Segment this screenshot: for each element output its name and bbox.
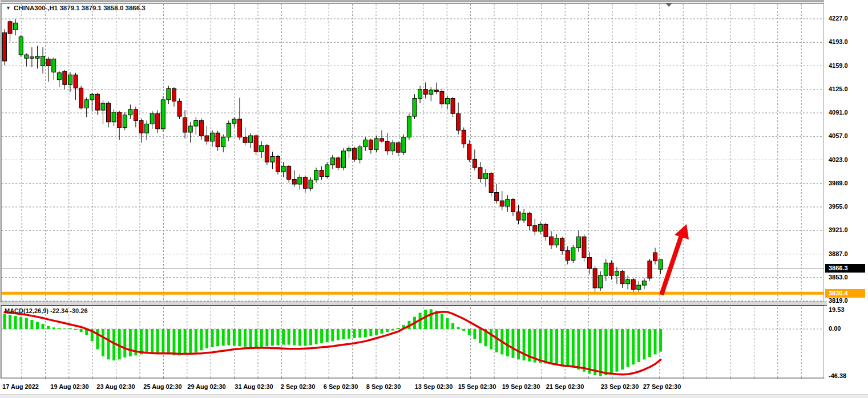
- macd-histogram-bar: [506, 329, 509, 356]
- bull-candle: [52, 59, 56, 72]
- price-axis-label: 4159.0: [829, 62, 848, 69]
- bull-candle: [30, 57, 34, 58]
- bull-candle: [188, 126, 192, 132]
- bull-candle: [626, 279, 630, 283]
- macd-histogram-bar: [80, 329, 83, 332]
- macd-histogram-bar: [615, 329, 618, 372]
- bull-candle: [167, 89, 171, 100]
- macd-histogram-bar: [58, 328, 60, 329]
- macd-histogram-bar: [3, 314, 6, 329]
- macd-histogram-bar: [298, 329, 301, 346]
- price-axis-label: 3819.0: [829, 297, 848, 304]
- macd-histogram-bar: [265, 329, 268, 346]
- macd-histogram-bar: [200, 329, 203, 350]
- macd-histogram-bar: [63, 328, 66, 329]
- macd-histogram-bar: [140, 329, 143, 355]
- bull-candle: [128, 109, 132, 115]
- bull-candle: [112, 112, 116, 122]
- macd-histogram-bar: [96, 329, 99, 350]
- price-axis[interactable]: [824, 0, 868, 378]
- bull-candle: [484, 173, 488, 179]
- macd-histogram-bar: [517, 329, 520, 359]
- bull-candle: [309, 180, 313, 189]
- price-axis-label: 4125.0: [829, 86, 848, 92]
- macd-histogram-bar: [315, 329, 318, 344]
- bear-candle: [631, 279, 635, 289]
- current-price-badge: 3866.3: [825, 264, 865, 273]
- bear-candle: [500, 201, 504, 206]
- bull-candle: [68, 75, 72, 84]
- bear-candle: [107, 103, 111, 122]
- bear-candle: [183, 117, 187, 132]
- macd-histogram-bar: [659, 329, 662, 352]
- bear-candle: [527, 213, 531, 226]
- macd-histogram-bar: [632, 329, 635, 364]
- bull-candle: [637, 285, 641, 289]
- macd-histogram-bar: [353, 329, 356, 338]
- bear-candle: [478, 168, 482, 178]
- bear-candle: [457, 113, 461, 130]
- macd-histogram-bar: [244, 329, 247, 347]
- bear-candle: [516, 212, 520, 220]
- bull-candle: [341, 151, 345, 168]
- dropdown-triangle-icon[interactable]: ▼: [6, 5, 11, 11]
- time-axis-label: 29 Aug 02:30: [187, 383, 225, 390]
- macd-histogram-bar: [375, 329, 378, 335]
- chart-title: ▼CHINA300-,H1 3879.1 3879.1 3858.0 3866.…: [6, 5, 146, 11]
- macd-histogram-bar: [36, 322, 39, 329]
- macd-histogram-bar: [473, 329, 476, 339]
- price-axis-label: 4057.0: [829, 132, 848, 139]
- macd-histogram-bar: [167, 329, 170, 355]
- macd-histogram-bar: [654, 329, 657, 355]
- bear-candle: [243, 137, 247, 143]
- price-axis-label: 3887.0: [829, 250, 848, 257]
- time-axis-label: 13 Sep 02:30: [415, 383, 453, 390]
- bear-candle: [336, 158, 340, 168]
- price-panel: [1, 3, 824, 302]
- bull-candle: [35, 56, 39, 59]
- macd-histogram-bar: [156, 329, 159, 352]
- bear-candle: [588, 258, 592, 269]
- chart-window: ▼CHINA300-,H1 3879.1 3879.1 3858.0 3866.…: [0, 0, 868, 398]
- bull-candle: [330, 158, 334, 165]
- panel-separator[interactable]: [1, 302, 827, 306]
- macd-axis-label: 0.00: [829, 325, 841, 332]
- bear-candle: [609, 263, 613, 275]
- time-axis-label: 27 Sep 02:30: [643, 383, 681, 390]
- time-axis-label: 19 Sep 02:30: [502, 383, 540, 390]
- macd-axis-label: 19.53: [829, 306, 845, 313]
- bear-candle: [550, 237, 554, 245]
- bull-candle: [555, 238, 559, 245]
- bull-candle: [90, 94, 94, 100]
- macd-histogram-bar: [205, 329, 208, 348]
- macd-histogram-bar: [566, 329, 569, 366]
- macd-histogram-bar: [14, 316, 17, 329]
- price-axis-label: 3921.0: [829, 226, 848, 233]
- macd-histogram-bar: [277, 329, 280, 345]
- macd-histogram-bar: [479, 329, 482, 343]
- price-axis-label: 3853.0: [829, 274, 848, 281]
- macd-histogram-bar: [227, 329, 230, 345]
- bear-candle: [440, 91, 444, 104]
- macd-histogram-bar: [430, 309, 433, 329]
- bear-candle: [385, 141, 389, 151]
- macd-histogram-bar: [162, 329, 164, 354]
- bull-candle: [325, 165, 329, 177]
- macd-histogram-bar: [468, 329, 471, 335]
- bear-candle: [216, 133, 220, 147]
- price-axis-label: 4227.0: [829, 15, 848, 22]
- macd-histogram-bar: [189, 329, 192, 354]
- macd-histogram-bar: [511, 329, 514, 358]
- bear-candle: [533, 226, 537, 232]
- candlestick-macd-plot[interactable]: [0, 0, 868, 398]
- bear-candle: [134, 109, 138, 120]
- macd-histogram-bar: [309, 329, 312, 345]
- macd-histogram-bar: [342, 329, 345, 339]
- time-axis-label: 19 Aug 02:30: [50, 383, 88, 390]
- macd-indicator-label: MACD(12,26,9) -22.34 -30.26: [5, 307, 88, 314]
- macd-histogram-bar: [216, 329, 219, 346]
- macd-histogram-bar: [337, 329, 340, 340]
- bull-candle: [604, 263, 608, 275]
- bear-candle: [648, 261, 652, 278]
- chart-title-text: CHINA300-,H1 3879.1 3879.1 3858.0 3866.3: [14, 5, 146, 11]
